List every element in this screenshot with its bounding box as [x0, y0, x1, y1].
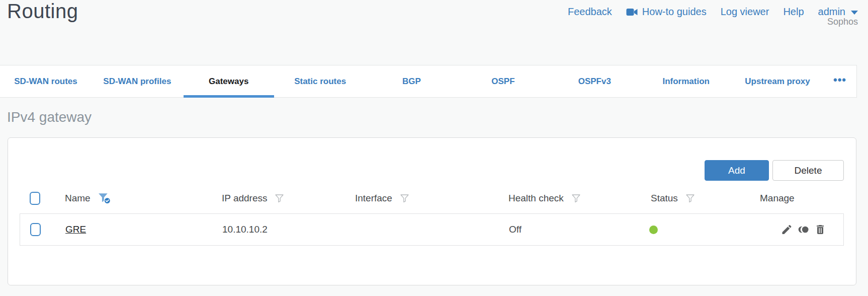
add-button[interactable]: Add [705, 160, 769, 181]
tab-bgp[interactable]: BGP [366, 65, 458, 97]
feedback-label: Feedback [568, 6, 612, 18]
tab-ospfv3[interactable]: OSPFv3 [549, 65, 640, 97]
log-viewer-label: Log viewer [721, 6, 769, 18]
column-header-health-check: Health check [508, 193, 564, 204]
tab-static-routes[interactable]: Static routes [275, 65, 366, 97]
column-header-name: Name [65, 193, 91, 204]
column-header-interface: Interface [355, 193, 392, 204]
filter-icon[interactable] [685, 193, 696, 204]
tab-sd-wan-routes[interactable]: SD-WAN routes [0, 65, 92, 97]
column-header-manage: Manage [760, 193, 795, 204]
ipv4-gateway-card: Add Delete Name IP address [8, 137, 856, 285]
gateway-health-check-value: Off [504, 224, 647, 235]
clone-icon[interactable] [797, 224, 810, 236]
filter-icon[interactable] [571, 193, 581, 204]
help-link[interactable]: Help [783, 6, 804, 18]
page-title: Routing [7, 0, 78, 23]
brand-label: Sophos [827, 17, 858, 27]
log-viewer-link[interactable]: Log viewer [721, 6, 769, 18]
tab-upstream-proxy[interactable]: Upstream proxy [732, 65, 823, 97]
column-header-ip-address: IP address [222, 193, 267, 204]
howto-guides-label: How-to guides [642, 6, 707, 18]
table-header: Name IP address Interface [20, 183, 844, 213]
tab-ospf[interactable]: OSPF [457, 65, 549, 97]
howto-guides-link[interactable]: How-to guides [626, 6, 707, 18]
tab-bar: SD-WAN routes SD-WAN profiles Gateways S… [0, 65, 857, 98]
table-row: GRE 10.10.10.2 Off [20, 213, 844, 246]
card-actions: Add Delete [705, 160, 844, 181]
row-checkbox[interactable] [30, 223, 41, 236]
status-dot [649, 226, 658, 234]
section-title: IPv4 gateway [7, 109, 92, 125]
gateway-ip-value: 10.10.10.2 [217, 224, 351, 235]
column-header-status: Status [651, 193, 678, 204]
edit-icon[interactable] [780, 224, 793, 236]
filter-icon[interactable] [274, 193, 285, 204]
tab-gateways[interactable]: Gateways [183, 65, 275, 97]
help-label: Help [783, 6, 804, 18]
top-nav: Feedback How-to guides Log viewer Help a… [568, 6, 858, 18]
chevron-down-icon [851, 11, 858, 15]
tab-sd-wan-profiles[interactable]: SD-WAN profiles [92, 65, 183, 97]
admin-label: admin [818, 6, 845, 18]
delete-button[interactable]: Delete [772, 160, 844, 181]
gateway-name-link[interactable]: GRE [65, 224, 86, 235]
filter-icon[interactable] [399, 193, 410, 204]
more-tabs-button[interactable]: ••• [823, 65, 856, 97]
admin-menu[interactable]: admin [818, 6, 858, 18]
delete-icon[interactable] [814, 224, 826, 236]
feedback-link[interactable]: Feedback [568, 6, 612, 18]
select-all-checkbox[interactable] [30, 192, 40, 205]
video-camera-icon [626, 8, 638, 16]
tab-information[interactable]: Information [640, 65, 732, 97]
filter-active-icon[interactable] [98, 192, 111, 204]
routing-page: Routing Feedback How-to guides Log viewe… [0, 0, 868, 296]
